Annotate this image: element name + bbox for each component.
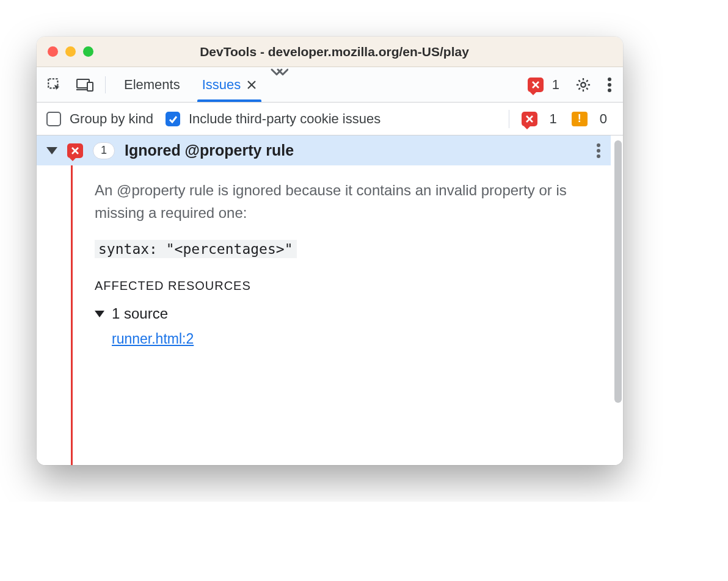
group-by-kind-label: Group by kind [70, 111, 153, 127]
svg-point-8 [581, 82, 585, 87]
more-menu-icon[interactable] [601, 72, 618, 98]
options-error-count: 1 [550, 111, 557, 127]
affected-resources-label: AFFECTED RESOURCES [95, 279, 592, 293]
tab-label: Issues [202, 77, 241, 93]
issue-container: 1 Ignored @property rule An @property ru… [37, 135, 623, 465]
toolbar-error-count: 1 [552, 77, 559, 93]
options-warning-badge-icon[interactable]: ! [572, 112, 588, 126]
titlebar: DevTools - developer.mozilla.org/en-US/p… [37, 37, 623, 67]
inspect-element-icon[interactable] [42, 72, 67, 98]
issues-options-bar: Group by kind Include third-party cookie… [37, 103, 623, 135]
severity-indicator [71, 165, 73, 465]
device-toolbar-icon[interactable] [72, 72, 98, 98]
options-warning-count: 0 [600, 111, 607, 127]
expand-toggle-icon[interactable] [46, 147, 57, 154]
svg-point-11 [608, 88, 611, 92]
source-link[interactable]: runner.html:2 [112, 331, 194, 347]
svg-point-17 [597, 149, 600, 153]
tab-label: Elements [124, 77, 180, 93]
window-title: DevTools - developer.mozilla.org/en-US/p… [57, 45, 612, 59]
issue-count-pill: 1 [93, 142, 115, 159]
include-third-party-label: Include third-party cookie issues [189, 111, 380, 127]
panel-tabs: Elements Issues [113, 67, 288, 102]
close-tab-icon[interactable] [247, 80, 257, 90]
issues-body: 1 Ignored @property rule An @property ru… [37, 135, 623, 465]
options-separator [509, 110, 509, 128]
svg-point-9 [608, 78, 611, 81]
error-badge-icon[interactable] [528, 78, 544, 92]
group-by-kind-checkbox[interactable] [46, 112, 61, 126]
svg-point-16 [597, 143, 600, 147]
settings-icon[interactable] [570, 72, 596, 98]
devtools-window: DevTools - developer.mozilla.org/en-US/p… [37, 37, 623, 465]
include-third-party-checkbox[interactable] [166, 112, 180, 126]
issue-body: An @property rule is ignored because it … [37, 165, 611, 465]
svg-point-18 [597, 154, 600, 158]
issue-error-icon [67, 143, 83, 158]
issue-more-menu-icon[interactable] [596, 143, 601, 159]
chevron-down-icon [95, 311, 104, 317]
issue-header[interactable]: 1 Ignored @property rule [37, 135, 611, 165]
tab-elements[interactable]: Elements [113, 67, 191, 102]
svg-point-10 [608, 83, 611, 87]
issue-description: An @property rule is ignored because it … [95, 179, 592, 224]
source-summary-row[interactable]: 1 source [95, 305, 592, 322]
main-toolbar: Elements Issues 1 [37, 67, 623, 103]
source-summary-text: 1 source [112, 305, 168, 322]
issue-content: An @property rule is ignored because it … [95, 165, 611, 465]
options-error-badge-icon[interactable] [522, 112, 537, 126]
source-link-row: runner.html:2 [112, 331, 592, 347]
issue-code-snippet: syntax: "<percentages>" [95, 240, 297, 258]
tab-issues[interactable]: Issues [191, 67, 268, 102]
issue-title: Ignored @property rule [125, 142, 586, 159]
toolbar-separator [105, 76, 106, 93]
svg-rect-3 [87, 82, 93, 91]
more-tabs-icon[interactable] [270, 67, 288, 102]
vertical-scrollbar[interactable] [614, 140, 622, 403]
